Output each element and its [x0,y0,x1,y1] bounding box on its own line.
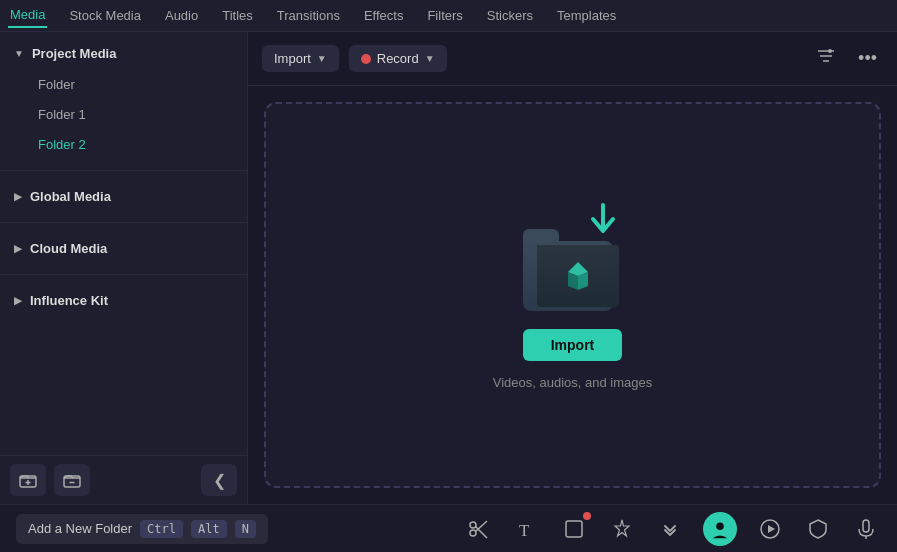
crop-badge [583,512,591,520]
svg-rect-22 [863,520,869,532]
sidebar-global-media-header[interactable]: ▶ Global Media [0,181,247,212]
sidebar-project-media-header[interactable]: ▼ Project Media [0,38,247,69]
nav-item-templates[interactable]: Templates [555,4,618,27]
more-options-button[interactable]: ••• [852,44,883,73]
influence-kit-section: ▶ Influence Kit [0,279,247,322]
sidebar-influence-kit-header[interactable]: ▶ Influence Kit [0,285,247,316]
add-folder-button[interactable] [10,464,46,496]
svg-point-19 [716,522,723,529]
add-folder-tooltip: Add a New Folder Ctrl Alt N [16,514,268,544]
chevron-left-icon: ❮ [213,471,226,490]
top-nav: Media Stock Media Audio Titles Transitio… [0,0,897,32]
avatar-icon [707,515,733,543]
sidebar-footer: ❮ [0,455,247,504]
global-media-chevron: ▶ [14,191,22,202]
shortcut-n: N [235,520,256,538]
svg-marker-21 [768,525,775,533]
sidebar-global-media-label: Global Media [30,189,111,204]
folder-body [523,241,613,311]
sidebar-project-media-label: Project Media [32,46,117,61]
scissors-icon [467,518,489,540]
global-media-section: ▶ Global Media [0,175,247,218]
import-button[interactable]: Import ▼ [262,45,339,72]
mic-button[interactable] [851,514,881,544]
bottom-bar: Add a New Folder Ctrl Alt N T [0,504,897,552]
folder-inner [537,245,619,307]
avatar-button[interactable] [703,512,737,546]
filter-icon [816,46,836,66]
cloud-media-chevron: ▶ [14,243,22,254]
sidebar-folder-1[interactable]: Folder 1 [6,100,241,129]
sidebar-divider-2 [0,222,247,223]
shield-button[interactable] [803,514,833,544]
effects-button[interactable] [607,514,637,544]
nav-item-stock-media[interactable]: Stock Media [67,4,143,27]
nav-item-titles[interactable]: Titles [220,4,255,27]
svg-line-14 [476,526,488,538]
remove-folder-icon [63,471,81,489]
sidebar: ▼ Project Media Folder Folder 1 Folder 2… [0,32,248,504]
project-media-section: ▼ Project Media Folder Folder 1 Folder 2 [0,32,247,166]
nav-item-transitions[interactable]: Transitions [275,4,342,27]
drop-zone-icon [513,201,633,311]
svg-point-8 [828,49,832,53]
app-logo [560,258,596,294]
sidebar-folder-2[interactable]: Folder 2 [6,130,241,159]
sidebar-cloud-media-header[interactable]: ▶ Cloud Media [0,233,247,264]
sidebar-divider-3 [0,274,247,275]
bottom-tools: T [463,512,881,546]
filter-button[interactable] [810,42,842,75]
remove-folder-button[interactable] [54,464,90,496]
svg-text:T: T [519,521,530,540]
mic-icon [855,518,877,540]
sidebar-folder[interactable]: Folder [6,70,241,99]
sidebar-divider-1 [0,170,247,171]
cloud-media-section: ▶ Cloud Media [0,227,247,270]
content-area: Import ▼ Record ▼ ••• [248,32,897,504]
main-layout: ▼ Project Media Folder Folder 1 Folder 2… [0,32,897,504]
tooltip-text: Add a New Folder [28,521,132,536]
sidebar-collapse-button[interactable]: ❮ [201,464,237,496]
nav-item-filters[interactable]: Filters [425,4,464,27]
record-dot-icon [361,54,371,64]
nav-item-stickers[interactable]: Stickers [485,4,535,27]
record-label: Record [377,51,419,66]
nav-item-audio[interactable]: Audio [163,4,200,27]
scissors-button[interactable] [463,514,493,544]
svg-line-15 [476,521,488,532]
svg-rect-17 [566,521,582,537]
influence-kit-chevron: ▶ [14,295,22,306]
play-icon [759,518,781,540]
record-chevron-icon: ▼ [425,53,435,64]
sidebar-cloud-media-label: Cloud Media [30,241,107,256]
download-arrow-icon [583,201,623,247]
add-folder-icon [19,471,37,489]
crop-button[interactable] [559,514,589,544]
more-tools-button[interactable] [655,514,685,544]
shortcut-ctrl: Ctrl [140,520,183,538]
import-label: Import [274,51,311,66]
crop-icon [563,518,585,540]
drop-zone-import-button[interactable]: Import [523,329,623,361]
nav-item-media[interactable]: Media [8,3,47,28]
text-icon: T [515,518,537,540]
record-button[interactable]: Record ▼ [349,45,447,72]
project-media-chevron: ▼ [14,48,24,59]
drop-zone[interactable]: Import Videos, audios, and images [264,102,881,488]
more-options-icon: ••• [858,48,877,68]
import-chevron-icon: ▼ [317,53,327,64]
shield-icon [807,518,829,540]
drop-zone-hint: Videos, audios, and images [493,375,652,390]
sidebar-influence-kit-label: Influence Kit [30,293,108,308]
nav-item-effects[interactable]: Effects [362,4,406,27]
effects-icon [611,518,633,540]
text-button[interactable]: T [511,514,541,544]
play-icon-button[interactable] [755,514,785,544]
shortcut-alt: Alt [191,520,227,538]
content-toolbar: Import ▼ Record ▼ ••• [248,32,897,86]
more-tools-icon [659,518,681,540]
